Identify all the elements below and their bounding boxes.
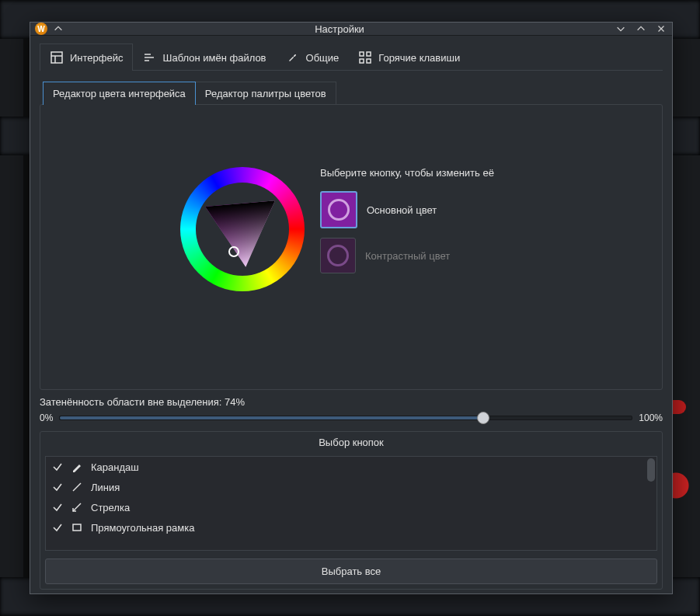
titlebar[interactable]: W Настройки: [30, 23, 672, 36]
slider-thumb[interactable]: [477, 412, 489, 424]
color-label-main: Основной цвет: [367, 204, 437, 216]
group-title: Выбор кнопок: [40, 432, 662, 453]
tab-label: Общие: [306, 52, 340, 64]
check-icon[interactable]: [52, 502, 63, 513]
check-icon[interactable]: [52, 461, 63, 472]
slider-min-label: 0%: [40, 412, 53, 423]
color-editor-panel: Выберите кнопку, чтобы изменить её Основ…: [40, 104, 663, 390]
list-item[interactable]: Прямоугольная рамка: [46, 517, 656, 538]
svg-rect-6: [360, 52, 364, 56]
slider-max-label: 100%: [639, 412, 663, 423]
line-icon: [71, 481, 83, 493]
subtab-color-editor[interactable]: Редактор цвета интерфейса: [43, 82, 196, 105]
sv-triangle[interactable]: [200, 186, 285, 272]
svg-line-12: [73, 483, 81, 491]
subtab-palette-editor[interactable]: Редактор палитры цветов: [195, 82, 336, 105]
tab-interface[interactable]: Интерфейс: [40, 44, 133, 71]
interface-icon: [50, 50, 64, 64]
scrollbar[interactable]: [647, 458, 655, 482]
shade-label: Затенённость области вне выделения: 74%: [40, 396, 663, 408]
pencil-icon: [71, 461, 83, 473]
svg-rect-0: [51, 52, 62, 63]
tab-label: Интерфейс: [70, 52, 123, 64]
app-icon: W: [35, 23, 47, 35]
svg-marker-11: [205, 200, 280, 270]
color-button-main[interactable]: [320, 191, 357, 228]
settings-window: W Настройки Интерфейс: [30, 22, 673, 594]
wheel-cursor[interactable]: [228, 246, 239, 257]
tab-filename[interactable]: Шаблон имён файлов: [132, 44, 276, 71]
grid-icon: [358, 50, 372, 64]
color-button-contrast[interactable]: [320, 238, 356, 273]
maximize-button[interactable]: [635, 23, 647, 35]
svg-rect-14: [73, 524, 81, 531]
button-selection-group: Выбор кнопок Карандаш Линия Стрелка: [40, 431, 663, 590]
filename-icon: [142, 50, 156, 64]
tab-label: Шаблон имён файлов: [162, 52, 266, 64]
minimize-button[interactable]: [615, 23, 627, 35]
arrow-icon: [71, 501, 83, 513]
menu-icon[interactable]: [52, 23, 64, 35]
close-button[interactable]: [655, 23, 667, 35]
sub-tabs: Редактор цвета интерфейса Редактор палит…: [43, 82, 663, 105]
svg-line-13: [73, 503, 81, 511]
check-icon[interactable]: [52, 482, 63, 492]
tool-label: Стрелка: [91, 502, 130, 513]
select-all-button[interactable]: Выбрать все: [45, 559, 657, 584]
list-item[interactable]: Карандаш: [46, 457, 656, 477]
tab-label: Горячие клавиши: [378, 52, 460, 64]
wrench-icon: [286, 50, 300, 64]
svg-rect-7: [367, 52, 371, 56]
list-item[interactable]: Стрелка: [46, 497, 656, 517]
check-icon[interactable]: [52, 522, 63, 533]
svg-rect-8: [360, 59, 364, 63]
color-label-contrast: Контрастный цвет: [365, 250, 450, 262]
window-title: Настройки: [64, 23, 615, 35]
rectangle-icon: [71, 521, 83, 534]
main-tabs: Интерфейс Шаблон имён файлов Общие Горяч…: [30, 36, 672, 71]
color-instruction: Выберите кнопку, чтобы изменить её: [320, 167, 522, 179]
tab-general[interactable]: Общие: [276, 44, 350, 71]
tool-label: Прямоугольная рамка: [91, 522, 194, 534]
tool-label: Карандаш: [91, 461, 139, 473]
tool-label: Линия: [91, 482, 120, 493]
svg-rect-9: [367, 59, 371, 63]
tab-hotkeys[interactable]: Горячие клавиши: [348, 44, 470, 71]
list-item[interactable]: Линия: [46, 477, 656, 497]
shade-slider[interactable]: [59, 416, 632, 420]
color-wheel[interactable]: [180, 167, 305, 291]
tool-list: Карандаш Линия Стрелка Прямоугольная рам…: [45, 456, 657, 551]
